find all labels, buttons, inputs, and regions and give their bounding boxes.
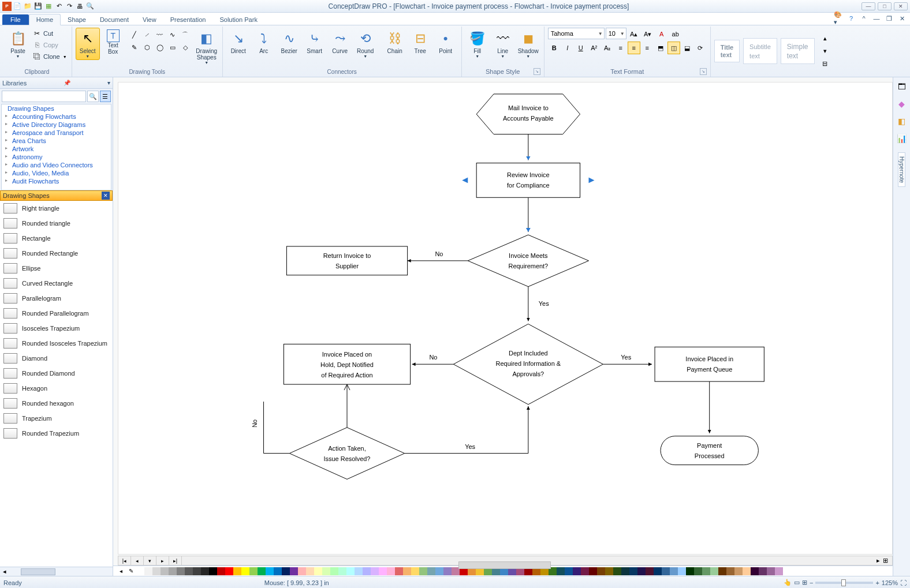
qat-grid-icon[interactable]: ▦ — [44, 2, 53, 11]
shape-item[interactable]: Rectangle — [0, 231, 113, 246]
palette-swatch[interactable] — [767, 567, 775, 575]
palette-swatch[interactable] — [751, 567, 759, 575]
palette-swatch[interactable] — [621, 567, 629, 575]
tree-item[interactable]: Artwork — [2, 145, 111, 153]
shape4-icon[interactable]: ▭ — [167, 42, 178, 53]
styles-up-icon[interactable]: ▴ — [819, 33, 831, 44]
palette-swatch[interactable] — [637, 567, 646, 575]
qat-redo-icon[interactable]: ↷ — [65, 2, 74, 11]
palette-swatch[interactable] — [346, 567, 355, 575]
qat-print-icon[interactable]: 🖶 — [75, 2, 84, 11]
palette-swatch[interactable] — [322, 567, 330, 575]
palette-swatch[interactable] — [573, 567, 581, 575]
shadow-button[interactable]: ◼Shadow▼ — [516, 28, 540, 60]
palette-swatch[interactable] — [201, 567, 209, 575]
shapes-list[interactable]: Right triangleRounded triangleRectangleR… — [0, 201, 113, 567]
text-rotate-button[interactable]: ⟳ — [694, 42, 707, 54]
font-family-select[interactable]: Tahoma▼ — [548, 28, 605, 39]
paste-button[interactable]: 📋 Paste ▼ — [6, 28, 30, 60]
view-icon-2[interactable]: ▭ — [794, 579, 800, 586]
palette-swatch[interactable] — [694, 567, 702, 575]
shape3-icon[interactable]: ◯ — [154, 42, 166, 53]
shapes-close-icon[interactable]: ✕ — [102, 192, 110, 200]
palette-swatch[interactable] — [136, 567, 144, 575]
shape2-icon[interactable]: ⬡ — [141, 42, 153, 53]
palette-picker-icon[interactable]: ✎ — [126, 567, 136, 575]
palette-swatch[interactable] — [702, 567, 710, 575]
shape-item[interactable]: Rounded Isosceles Trapezium — [0, 336, 113, 351]
palette-swatch[interactable] — [589, 567, 597, 575]
palette-swatch[interactable] — [144, 567, 152, 575]
mdi-minimize-icon[interactable]: — — [872, 14, 881, 23]
palette-swatch[interactable] — [565, 567, 573, 575]
panel-hscroll[interactable]: ◂ — [0, 567, 113, 576]
grow-font-icon[interactable]: A▴ — [628, 28, 640, 40]
sheet-last-icon[interactable]: ▸| — [169, 556, 182, 565]
palette-swatch[interactable] — [597, 567, 605, 575]
style-subtitle[interactable]: Subtitle text — [743, 38, 777, 64]
ray-tool-icon[interactable]: ⟋ — [141, 29, 153, 40]
curve-tool-icon[interactable]: ∿ — [167, 29, 178, 40]
palette-swatch[interactable] — [152, 567, 161, 575]
drawingshapes-button[interactable]: ◧ Drawing Shapes▼ — [195, 28, 219, 66]
shapes-header[interactable]: Drawing Shapes ✕ — [0, 190, 113, 201]
palette-swatch[interactable] — [581, 567, 589, 575]
tree-item[interactable]: Area Charts — [2, 137, 111, 145]
view-icon-3[interactable]: ⊞ — [802, 579, 807, 586]
sheet-first-icon[interactable]: |◂ — [118, 556, 131, 565]
styles-more-icon[interactable]: ⊟ — [819, 58, 831, 70]
rs-icon-3[interactable]: ◧ — [896, 115, 908, 127]
palette-swatch[interactable] — [387, 567, 395, 575]
italic-button[interactable]: I — [561, 42, 574, 54]
clone-button[interactable]: ⿻Clone▼ — [31, 51, 68, 62]
palette-swatch[interactable] — [710, 567, 718, 575]
palette-swatch[interactable] — [718, 567, 726, 575]
tree-item[interactable]: Astronomy — [2, 153, 111, 161]
palette-swatch[interactable] — [759, 567, 767, 575]
palette-swatch[interactable] — [258, 567, 266, 575]
palette-dropdown-icon[interactable]: 🎨▾ — [834, 14, 843, 23]
palette-swatch[interactable] — [330, 567, 338, 575]
palette-swatch[interactable] — [233, 567, 241, 575]
palette-swatch[interactable] — [403, 567, 411, 575]
direct-connector-button[interactable]: ↘Direct — [226, 28, 251, 56]
qat-undo-icon[interactable]: ↶ — [54, 2, 64, 11]
help-icon[interactable]: ? — [846, 14, 856, 23]
palette-swatch[interactable] — [249, 567, 258, 575]
palette-swatch[interactable] — [209, 567, 217, 575]
shape-item[interactable]: Rounded triangle — [0, 216, 113, 231]
palette-swatch[interactable] — [613, 567, 621, 575]
textbox-button[interactable]: T Text Box — [101, 28, 125, 57]
qat-preview-icon[interactable]: 🔍 — [85, 2, 95, 11]
palette-swatch[interactable] — [427, 567, 435, 575]
palette-swatch[interactable] — [435, 567, 443, 575]
line-tool-icon[interactable]: ╱ — [129, 29, 140, 40]
cut-button[interactable]: ✂Cut — [31, 28, 68, 39]
select-tool-button[interactable]: ↖ Select▼ — [76, 28, 100, 60]
round-connector-button[interactable]: ⟲Round▼ — [353, 28, 378, 60]
qat-open-icon[interactable]: 📁 — [23, 2, 32, 11]
rs-icon-2[interactable]: ◆ — [896, 98, 908, 110]
palette-swatch[interactable] — [646, 567, 654, 575]
point-connector-button[interactable]: •Point — [434, 28, 458, 56]
mdi-close-icon[interactable]: ✕ — [897, 14, 907, 23]
palette-swatch[interactable] — [395, 567, 403, 575]
palette-swatch[interactable] — [298, 567, 306, 575]
palette-swatch[interactable] — [314, 567, 322, 575]
valign-top-button[interactable]: ⬒ — [654, 42, 667, 54]
hypernote-tab[interactable]: Hypernote — [898, 152, 905, 187]
tree-item[interactable]: Audio and Video Connectors — [2, 161, 111, 169]
palette-swatch[interactable] — [670, 567, 678, 575]
palette-swatch[interactable] — [371, 567, 379, 575]
tree-item[interactable]: Accounting Flowcharts — [2, 113, 111, 121]
zoom-out-button[interactable]: − — [810, 579, 813, 586]
palette-swatch[interactable] — [743, 567, 751, 575]
pin-icon[interactable]: 📌 — [64, 80, 70, 86]
shape-item[interactable]: Rounded Parallelogram — [0, 306, 113, 321]
tab-presentation[interactable]: Presentation — [163, 14, 213, 25]
palette-swatch[interactable] — [161, 567, 169, 575]
palette-swatch[interactable] — [726, 567, 734, 575]
palette-swatch[interactable] — [225, 567, 233, 575]
palette-swatch[interactable] — [274, 567, 282, 575]
palette-swatch[interactable] — [775, 567, 783, 575]
